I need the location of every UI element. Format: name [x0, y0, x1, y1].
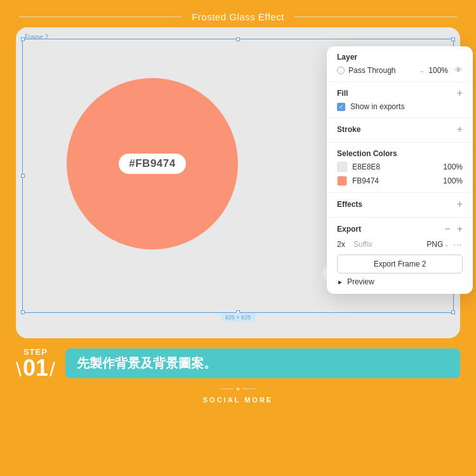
export-section: Export − + 2x Suffix PNG ⌄ ··· Export Fr… [327, 218, 473, 294]
handle-br [451, 310, 455, 314]
footer-dividers: ◆ [0, 386, 476, 392]
fill-add-icon[interactable]: + [457, 88, 463, 98]
circle-color-label: #FB9474 [119, 154, 185, 174]
stroke-section-header: Stroke + [337, 124, 463, 135]
stroke-section: Stroke + [327, 118, 473, 143]
color-name-1: E8E8E8 [352, 162, 438, 171]
layer-section: Layer Pass Through ⌄ 100% 👁 [327, 46, 473, 82]
fill-section-header: Fill + [337, 88, 463, 98]
export-section-title: Export [337, 225, 361, 234]
effects-add-icon[interactable]: + [457, 199, 463, 209]
selection-colors-title: Selection Colors [337, 149, 463, 158]
blend-mode-icon [337, 67, 345, 74]
effects-section-title: Effects [337, 200, 362, 209]
format-chevron: ⌄ [444, 241, 449, 248]
handle-tr [451, 37, 455, 41]
preview-triangle-icon: ► [337, 279, 343, 286]
color-pct-2: 100% [443, 176, 463, 185]
bottom-section: STEP \ 01 / 先製作背景及背景圖案。 [16, 347, 460, 380]
visibility-icon[interactable]: 👁 [454, 65, 463, 75]
opacity-value[interactable]: 100% [428, 66, 448, 75]
step-box: STEP \ 01 / [16, 347, 55, 380]
export-format-label: PNG [426, 240, 443, 249]
step-num-value: 01 [23, 357, 48, 380]
color-swatch-e8e8e8[interactable] [337, 162, 347, 172]
export-format[interactable]: PNG ⌄ [426, 240, 449, 249]
frame-label: Frame 2 [25, 34, 48, 41]
title-line-left [19, 17, 182, 17]
handle-bl [21, 310, 25, 314]
step-description-box: 先製作背景及背景圖案。 [65, 348, 460, 378]
color-pct-1: 100% [443, 162, 463, 171]
divider-right [242, 388, 255, 389]
footer-text: SOCIAL MORE [203, 396, 273, 404]
preview-row: ► Preview [337, 277, 463, 288]
properties-panel: Layer Pass Through ⌄ 100% 👁 Fill + ✓ [327, 46, 473, 294]
checkmark-icon: ✓ [339, 103, 344, 110]
selection-colors-section: Selection Colors E8E8E8 100% FB9474 100% [327, 143, 473, 193]
export-scale[interactable]: 2x [337, 240, 350, 249]
step-description: 先製作背景及背景圖案。 [77, 356, 216, 370]
title-line-right [294, 17, 457, 17]
effects-section-header: Effects + [337, 199, 463, 209]
fill-row: ✓ Show in exports [337, 102, 463, 111]
color-swatch-fb9474[interactable] [337, 176, 347, 186]
layer-section-title: Layer [337, 53, 463, 62]
handle-lm [21, 174, 25, 178]
export-suffix-placeholder[interactable]: Suffix [354, 240, 423, 249]
color-row-1: E8E8E8 100% [337, 162, 463, 172]
step-number: \ 01 / [16, 357, 55, 380]
canvas-area: Frame 2 #FB9474 #E8E8E8 625 × 625 Layer [16, 27, 460, 338]
export-row: 2x Suffix PNG ⌄ ··· [337, 239, 463, 249]
layer-row: Pass Through ⌄ 100% 👁 [337, 65, 463, 75]
forwardslash-icon: / [50, 359, 55, 380]
export-minus-icon[interactable]: − [444, 224, 450, 234]
color-row-2: FB9474 100% [337, 176, 463, 186]
top-title-area: Frosted Glass Effect [0, 0, 476, 27]
export-more-icon[interactable]: ··· [453, 239, 463, 249]
handle-tm [236, 37, 240, 41]
stroke-section-title: Stroke [337, 125, 360, 134]
backslash-icon: \ [16, 359, 22, 380]
color-circle: #FB9474 [67, 78, 238, 249]
footer: ◆ SOCIAL MORE [0, 380, 476, 410]
fill-section-title: Fill [337, 89, 348, 98]
stroke-add-icon[interactable]: + [457, 124, 463, 135]
show-exports-checkbox[interactable]: ✓ [337, 103, 345, 111]
outer-container: Frosted Glass Effect Frame 2 #FB9474 #E8… [0, 0, 476, 476]
blend-mode-chevron: ⌄ [420, 67, 425, 74]
divider-left [221, 388, 234, 389]
diamond-icon: ◆ [236, 386, 240, 392]
export-section-header: Export − + [337, 224, 463, 234]
preview-label[interactable]: Preview [347, 277, 374, 286]
blend-mode-value[interactable]: Pass Through [348, 66, 416, 75]
page-title: Frosted Glass Effect [182, 11, 294, 22]
fill-section: Fill + ✓ Show in exports [327, 82, 473, 118]
export-button[interactable]: Export Frame 2 [337, 255, 463, 274]
show-exports-label: Show in exports [350, 102, 404, 111]
export-add-icon[interactable]: + [457, 224, 463, 234]
effects-section: Effects + [327, 193, 473, 218]
color-name-2: FB9474 [352, 176, 438, 185]
dimension-label: 625 × 625 [221, 313, 255, 322]
